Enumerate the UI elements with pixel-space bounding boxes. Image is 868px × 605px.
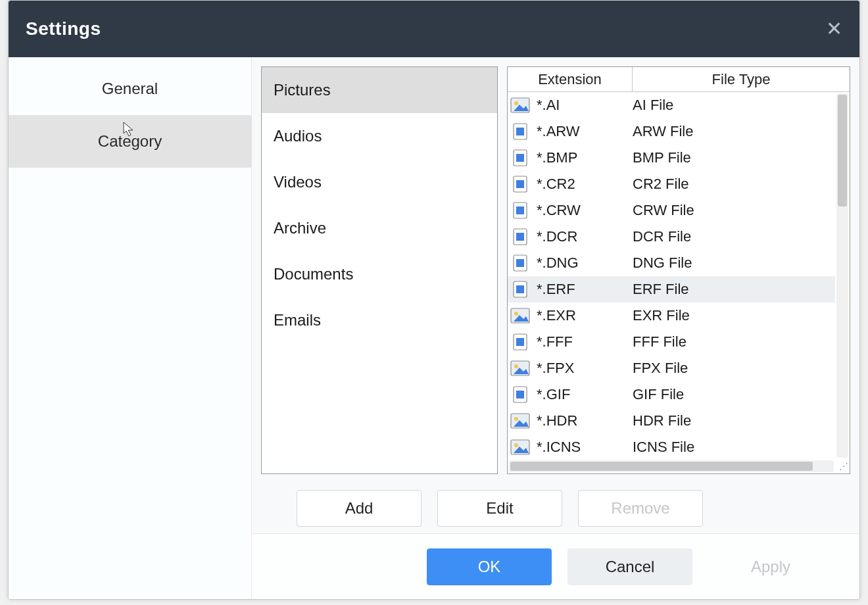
svg-rect-22: [516, 338, 524, 346]
category-item[interactable]: Documents: [262, 251, 497, 297]
svg-rect-15: [516, 259, 524, 267]
filetype-cell: CR2 File: [633, 176, 835, 193]
extension-cell: *.AI: [537, 97, 633, 114]
file-icon: [510, 228, 530, 246]
table-row[interactable]: *.HDRHDR File: [508, 408, 835, 434]
category-item-label: Emails: [274, 311, 321, 329]
main-panel: PicturesAudiosVideosArchiveDocumentsEmai…: [252, 57, 859, 599]
footer: OK Cancel Apply: [252, 533, 859, 599]
extension-table-header: Extension File Type: [508, 67, 850, 92]
extension-cell: *.CRW: [537, 202, 633, 219]
extension-cell: *.EXR: [537, 307, 633, 324]
svg-rect-13: [516, 233, 524, 241]
main-top: PicturesAudiosVideosArchiveDocumentsEmai…: [252, 57, 859, 474]
extension-cell: *.ERF: [537, 281, 633, 298]
category-item-label: Videos: [274, 173, 322, 191]
category-item-label: Pictures: [274, 81, 331, 99]
table-row[interactable]: *.BMPBMP File: [508, 145, 835, 171]
table-row[interactable]: *.GIFGIF File: [508, 381, 835, 408]
extension-cell: *.ARW: [537, 123, 633, 140]
table-row[interactable]: *.EXREXR File: [508, 302, 835, 329]
table-row[interactable]: *.CR2CR2 File: [508, 171, 835, 197]
table-row[interactable]: *.DNGDNG File: [508, 250, 835, 276]
file-icon: [510, 122, 530, 141]
svg-point-19: [514, 312, 518, 316]
action-row: Add Edit Remove: [252, 474, 859, 533]
category-item-label: Archive: [274, 219, 326, 237]
file-icon: [510, 333, 530, 351]
category-item[interactable]: Pictures: [262, 67, 497, 113]
extension-cell: *.CR2: [537, 176, 633, 193]
filetype-cell: EXR File: [633, 307, 835, 324]
table-row[interactable]: *.FFFFFF File: [508, 329, 835, 355]
header-extension[interactable]: Extension: [508, 67, 633, 91]
svg-rect-7: [516, 154, 524, 162]
file-icon: [510, 254, 530, 272]
file-icon: [510, 96, 530, 114]
file-icon: [510, 280, 530, 299]
add-button[interactable]: Add: [297, 490, 422, 527]
settings-dialog: Settings ✕ General Category PicturesAudi…: [8, 0, 860, 600]
header-filetype[interactable]: File Type: [633, 67, 850, 91]
category-item-label: Audios: [274, 127, 322, 145]
file-icon: [510, 412, 530, 430]
extension-cell: *.DCR: [537, 228, 633, 245]
extension-cell: *.DNG: [537, 254, 633, 272]
sidebar-item-general[interactable]: General: [9, 62, 251, 115]
filetype-cell: DCR File: [633, 228, 835, 245]
filetype-cell: GIF File: [633, 386, 835, 403]
filetype-cell: ERF File: [633, 281, 835, 298]
filetype-cell: DNG File: [633, 254, 835, 272]
dialog-body: General Category PicturesAudiosVideosArc…: [9, 57, 859, 599]
vertical-scrollbar[interactable]: [836, 93, 848, 458]
svg-point-2: [514, 101, 518, 105]
svg-point-24: [514, 364, 518, 368]
file-icon: [510, 438, 530, 456]
category-list: PicturesAudiosVideosArchiveDocumentsEmai…: [261, 66, 498, 474]
file-icon: [510, 385, 530, 404]
extension-cell: *.FPX: [537, 360, 633, 377]
cancel-button[interactable]: Cancel: [567, 548, 692, 585]
filetype-cell: FFF File: [633, 333, 835, 351]
table-row[interactable]: *.AIAI File: [508, 92, 835, 118]
table-row[interactable]: *.DCRDCR File: [508, 224, 835, 250]
category-item[interactable]: Archive: [262, 205, 497, 251]
table-row[interactable]: *.ICNSICNS File: [508, 434, 835, 459]
sidebar-item-category[interactable]: Category: [9, 115, 251, 168]
category-item[interactable]: Videos: [262, 159, 497, 205]
extension-cell: *.HDR: [537, 412, 633, 429]
apply-button: Apply: [708, 548, 833, 585]
filetype-cell: BMP File: [633, 149, 835, 166]
extension-cell: *.FFF: [537, 333, 633, 351]
extension-cell: *.ICNS: [537, 439, 633, 456]
extension-table: Extension File Type *.AIAI File*.ARWARW …: [507, 66, 850, 474]
filetype-cell: ARW File: [633, 123, 835, 140]
close-icon[interactable]: ✕: [826, 19, 842, 39]
category-item[interactable]: Emails: [262, 297, 497, 343]
table-row[interactable]: *.ERFERF File: [508, 276, 835, 302]
file-icon: [510, 201, 530, 220]
filetype-cell: FPX File: [633, 360, 835, 377]
edit-button[interactable]: Edit: [437, 490, 562, 527]
table-row[interactable]: *.CRWCRW File: [508, 197, 835, 224]
svg-rect-27: [516, 391, 524, 399]
dialog-title: Settings: [26, 18, 101, 39]
svg-rect-11: [516, 206, 524, 214]
table-row[interactable]: *.FPXFPX File: [508, 355, 835, 381]
category-item[interactable]: Audios: [262, 113, 497, 159]
sidebar: General Category: [9, 57, 252, 599]
filetype-cell: AI File: [633, 97, 835, 114]
horizontal-scroll-thumb[interactable]: [510, 462, 813, 471]
file-icon: [510, 359, 530, 377]
vertical-scroll-thumb[interactable]: [838, 95, 847, 206]
svg-point-29: [514, 417, 518, 421]
horizontal-scrollbar[interactable]: [509, 460, 834, 472]
file-icon: [510, 149, 530, 167]
filetype-cell: HDR File: [633, 412, 835, 429]
table-row[interactable]: *.ARWARW File: [508, 118, 835, 145]
file-icon: [510, 306, 530, 325]
extension-table-body: *.AIAI File*.ARWARW File*.BMPBMP File*.C…: [508, 92, 850, 473]
resize-grip-icon[interactable]: ⋰: [836, 460, 848, 472]
extension-rows: *.AIAI File*.ARWARW File*.BMPBMP File*.C…: [508, 92, 835, 459]
ok-button[interactable]: OK: [427, 548, 552, 585]
